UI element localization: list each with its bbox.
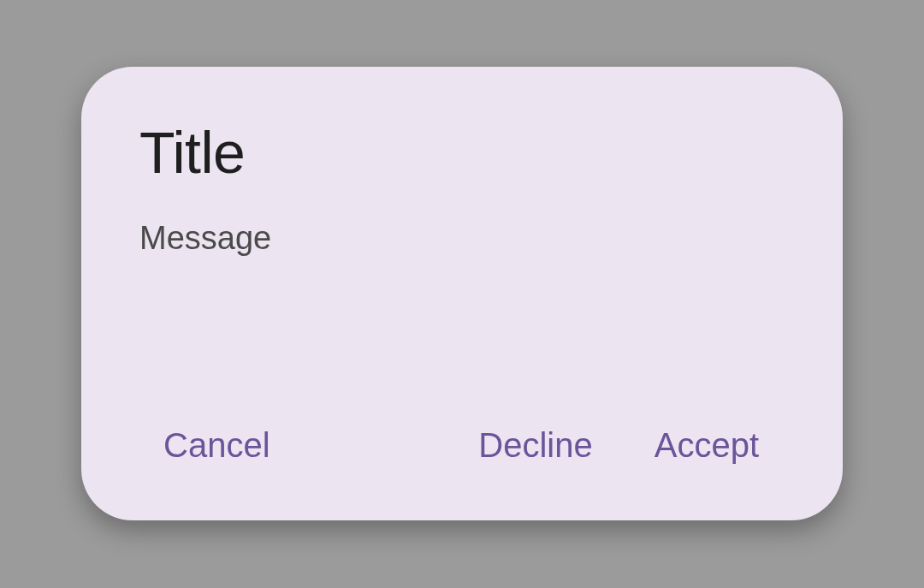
dialog-message: Message [139, 217, 785, 259]
decline-button[interactable]: Decline [478, 425, 592, 466]
accept-button[interactable]: Accept [654, 425, 759, 466]
dialog-button-row: Cancel Decline Accept [139, 425, 785, 486]
dialog-spacer [139, 259, 785, 425]
alert-dialog: Title Message Cancel Decline Accept [81, 67, 843, 520]
dialog-title: Title [139, 118, 785, 188]
cancel-button[interactable]: Cancel [163, 425, 270, 466]
